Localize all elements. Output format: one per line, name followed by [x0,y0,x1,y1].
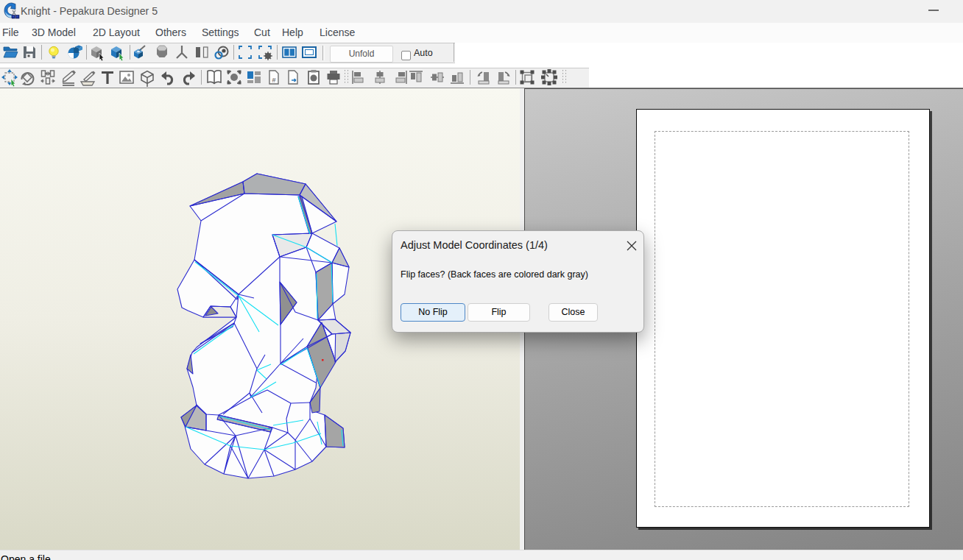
svg-text:#: # [272,77,275,84]
